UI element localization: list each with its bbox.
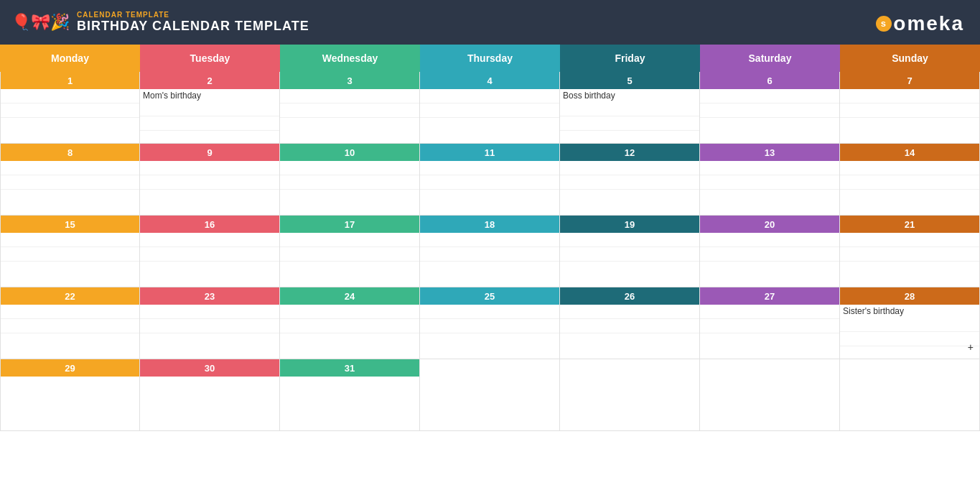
cell-lines: [560, 102, 699, 145]
calendar-cell[interactable]: 24: [280, 287, 420, 359]
cell-date-number: 1: [1, 72, 139, 89]
cell-line: [280, 161, 419, 175]
calendar-cell[interactable]: 14: [840, 144, 980, 216]
calendar-cell[interactable]: 30: [140, 359, 280, 431]
calendar-cell[interactable]: [840, 359, 980, 431]
header-tuesday: Tuesday: [140, 45, 280, 72]
cell-lines: [840, 89, 979, 132]
cell-line: [140, 161, 279, 175]
calendar-cell[interactable]: 1: [0, 72, 140, 144]
cell-line: [140, 175, 279, 190]
cell-line: [1, 262, 139, 276]
cell-lines: [560, 161, 699, 204]
calendar-cell[interactable]: 26: [560, 287, 700, 359]
cell-date-number: 10: [280, 144, 419, 161]
cell-lines: [840, 318, 979, 361]
cell-date-number: 16: [140, 216, 279, 233]
cell-lines: [280, 89, 419, 132]
cell-line: [420, 319, 559, 333]
cell-line: [700, 118, 839, 132]
cell-line: [560, 333, 699, 348]
cell-line: [840, 247, 979, 262]
cell-line: [700, 89, 839, 103]
calendar-cell[interactable]: 10: [280, 144, 420, 216]
cell-line: [280, 377, 419, 391]
cell-lines: [280, 161, 419, 204]
someka-brand: someka: [876, 11, 966, 34]
calendar-event: Boss birthday: [560, 89, 699, 102]
cell-date-number: 18: [420, 216, 559, 233]
cell-line: [700, 161, 839, 175]
calendar-cell[interactable]: 8: [0, 144, 140, 216]
calendar-cell[interactable]: 7: [840, 72, 980, 144]
cell-line: [700, 175, 839, 190]
cell-line: [420, 175, 559, 190]
calendar-cell[interactable]: 5Boss birthday: [560, 72, 700, 144]
cell-lines: [1, 233, 139, 276]
cell-line: [560, 377, 699, 391]
calendar-cell[interactable]: 17: [280, 216, 420, 287]
calendar-cell[interactable]: 22: [0, 287, 140, 359]
cell-line: [140, 116, 279, 131]
calendar-cell[interactable]: 21: [840, 216, 980, 287]
calendar-cell[interactable]: 19: [560, 216, 700, 287]
calendar-event: Sister's birthday: [840, 305, 979, 318]
calendar-cell[interactable]: 16: [140, 216, 280, 287]
cell-line: [420, 233, 559, 247]
calendar-cell[interactable]: 6: [700, 72, 840, 144]
calendar-cell[interactable]: [700, 359, 840, 431]
cell-line: [700, 190, 839, 204]
cell-line: [140, 102, 279, 116]
calendar-cell[interactable]: 20: [700, 216, 840, 287]
cell-line: [700, 305, 839, 319]
cell-date-number: 4: [420, 72, 559, 89]
calendar-cell[interactable]: 9: [140, 144, 280, 216]
calendar-cell[interactable]: 3: [280, 72, 420, 144]
calendar-cell[interactable]: 23: [140, 287, 280, 359]
calendar-cell[interactable]: 31: [280, 359, 420, 431]
calendar-cell[interactable]: 11: [420, 144, 560, 216]
calendar-cell[interactable]: 27: [700, 287, 840, 359]
calendar-cell[interactable]: 4: [420, 72, 560, 144]
cell-line: [140, 190, 279, 204]
calendar-cell[interactable]: [420, 359, 560, 431]
cell-line: [840, 346, 979, 361]
cell-date-number: 17: [280, 216, 419, 233]
cell-line: [1, 103, 139, 118]
calendar-cell[interactable]: 13: [700, 144, 840, 216]
calendar-cell[interactable]: 18: [420, 216, 560, 287]
calendar-cell[interactable]: [560, 359, 700, 431]
someka-text: omeka: [893, 14, 964, 34]
cell-date-number: 30: [140, 359, 279, 377]
cell-line: [560, 131, 699, 145]
cell-date-number: 7: [840, 72, 979, 89]
cell-line: [560, 116, 699, 131]
cell-lines: [140, 377, 279, 391]
cell-date-number: 6: [700, 72, 839, 89]
cell-lines: [280, 377, 419, 391]
cell-line: [140, 319, 279, 333]
cell-date-number: 28: [840, 287, 979, 305]
calendar-cell[interactable]: 2Mom's birthday: [140, 72, 280, 144]
cell-lines: [700, 377, 839, 391]
cell-line: [140, 305, 279, 319]
header-monday: Monday: [0, 45, 140, 72]
cell-date-number: 21: [840, 216, 979, 233]
cell-lines: [420, 89, 559, 132]
header-thursday: Thursday: [420, 45, 560, 72]
cell-line: [700, 262, 839, 276]
cell-line: [420, 377, 559, 391]
calendar-cell[interactable]: 12: [560, 144, 700, 216]
header-title: BIRTHDAY CALENDAR TEMPLATE: [77, 19, 309, 34]
calendar-cell[interactable]: 15: [0, 216, 140, 287]
cell-date-number: 15: [1, 216, 139, 233]
calendar-cell[interactable]: 28Sister's birthday+: [840, 287, 980, 359]
calendar-cell[interactable]: 25: [420, 287, 560, 359]
cell-date-number: 14: [840, 144, 979, 161]
cell-date-number: 12: [560, 144, 699, 161]
cell-lines: [1, 305, 139, 348]
calendar-cell[interactable]: 29: [0, 359, 140, 431]
cell-line: [420, 190, 559, 204]
cell-date-number: 2: [140, 72, 279, 89]
cell-date-number: 5: [560, 72, 699, 89]
